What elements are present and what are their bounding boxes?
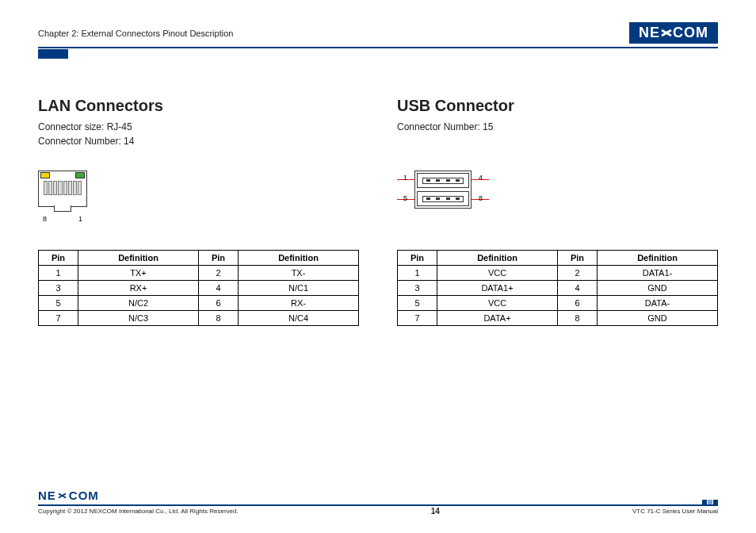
table-row: 3 RX+ 4 N/C1 <box>39 281 359 296</box>
cell: N/C2 <box>78 296 199 311</box>
cell: 4 <box>558 281 598 296</box>
usb-section: USB Connector Connector Number: 15 1 4 5… <box>397 97 718 326</box>
table-row: 3 DATA1+ 4 GND <box>398 281 718 296</box>
logo-x-icon <box>661 28 672 39</box>
rj45-pin-left: 8 <box>43 215 47 223</box>
cell: DATA+ <box>437 311 558 326</box>
cell: 3 <box>398 281 437 296</box>
footer-row: Copyright © 2012 NEXCOM International Co… <box>38 507 718 516</box>
table-row: 1 VCC 2 DATA1- <box>398 266 718 281</box>
cell: TX- <box>239 266 359 281</box>
rj45-diagram: 8 1 <box>38 171 359 226</box>
cell: GND <box>598 281 718 296</box>
th-def: Definition <box>239 251 359 266</box>
cell: 7 <box>39 311 78 326</box>
copyright-text: Copyright © 2012 NEXCOM International Co… <box>38 508 239 515</box>
th-def: Definition <box>598 251 718 266</box>
th-pin: Pin <box>199 251 239 266</box>
usb-contacts <box>422 178 463 184</box>
rj45-led-yellow <box>40 172 50 178</box>
cell: N/C3 <box>78 311 199 326</box>
logo-text-left: NE <box>38 489 56 502</box>
rj45-notch <box>54 205 71 212</box>
th-pin: Pin <box>558 251 598 266</box>
page-header: Chapter 2: External Connectors Pinout De… <box>38 22 718 44</box>
header-divider <box>38 47 718 48</box>
lan-number: Connector Number: 14 <box>38 134 359 148</box>
cell: TX+ <box>78 266 199 281</box>
rj45-pin-right: 1 <box>78 215 82 223</box>
usb-pinout-table: Pin Definition Pin Definition 1 VCC 2 DA… <box>397 250 718 326</box>
cell: RX- <box>239 296 359 311</box>
cell: 4 <box>199 281 239 296</box>
header-tab <box>38 49 68 59</box>
cell: 7 <box>398 311 437 326</box>
usb-wrap: 1 4 5 8 <box>397 171 489 209</box>
footer-divider <box>38 504 718 506</box>
page-number: 14 <box>431 507 440 516</box>
content-area: LAN Connectors Connector size: RJ-45 Con… <box>38 97 718 326</box>
cell: 8 <box>558 311 598 326</box>
logo-text-right: COM <box>673 25 708 41</box>
usb-number: Connector Number: 15 <box>397 120 718 134</box>
cell: VCC <box>437 296 558 311</box>
cell: 5 <box>398 296 437 311</box>
table-header-row: Pin Definition Pin Definition <box>398 251 718 266</box>
table-row: 5 VCC 6 DATA- <box>398 296 718 311</box>
footer-page-icon <box>702 500 718 504</box>
cell: DATA1+ <box>437 281 558 296</box>
cell: 6 <box>558 296 598 311</box>
cell: N/C1 <box>239 281 359 296</box>
usb-port-top <box>417 173 469 188</box>
table-row: 5 N/C2 6 RX- <box>39 296 359 311</box>
logo-text-right: COM <box>69 489 99 502</box>
lan-section: LAN Connectors Connector size: RJ-45 Con… <box>38 97 359 326</box>
cell: GND <box>598 311 718 326</box>
usb-contacts <box>422 196 463 202</box>
cell: RX+ <box>78 281 199 296</box>
rj45-pin-numbers: 8 1 <box>38 215 87 223</box>
usb-port-bottom <box>417 191 469 206</box>
usb-pin-4: 4 <box>479 174 483 182</box>
usb-icon <box>414 171 472 209</box>
chapter-title: Chapter 2: External Connectors Pinout De… <box>38 29 233 38</box>
table-row: 7 N/C3 8 N/C4 <box>39 311 359 326</box>
logo-x-icon <box>57 490 68 501</box>
rj45-icon <box>38 171 87 207</box>
usb-title: USB Connector <box>397 97 718 115</box>
usb-pin-8: 8 <box>479 194 483 202</box>
cell: 6 <box>199 296 239 311</box>
table-header-row: Pin Definition Pin Definition <box>39 251 359 266</box>
th-pin: Pin <box>398 251 437 266</box>
rj45-pins <box>44 181 82 195</box>
nexcom-logo: NE COM <box>629 22 718 44</box>
doc-title: VTC 71-C Series User Manual <box>632 508 718 515</box>
usb-pin-1: 1 <box>403 174 407 182</box>
usb-pin-5: 5 <box>403 194 407 202</box>
footer-logo: NE COM <box>38 489 718 502</box>
cell: 8 <box>199 311 239 326</box>
cell: 5 <box>39 296 78 311</box>
cell: 2 <box>199 266 239 281</box>
th-def: Definition <box>437 251 558 266</box>
cell: 2 <box>558 266 598 281</box>
cell: 3 <box>39 281 78 296</box>
lan-size: Connector size: RJ-45 <box>38 120 359 134</box>
cell: 1 <box>39 266 78 281</box>
table-row: 7 DATA+ 8 GND <box>398 311 718 326</box>
lan-title: LAN Connectors <box>38 97 359 115</box>
table-row: 1 TX+ 2 TX- <box>39 266 359 281</box>
page-footer: NE COM Copyright © 2012 NEXCOM Internati… <box>38 489 718 516</box>
th-def: Definition <box>78 251 199 266</box>
usb-diagram: 1 4 5 8 <box>397 171 718 226</box>
logo-text-left: NE <box>639 25 660 41</box>
cell: DATA- <box>598 296 718 311</box>
cell: 1 <box>398 266 437 281</box>
lan-pinout-table: Pin Definition Pin Definition 1 TX+ 2 TX… <box>38 250 359 326</box>
th-pin: Pin <box>39 251 78 266</box>
cell: DATA1- <box>598 266 718 281</box>
cell: VCC <box>437 266 558 281</box>
rj45-led-green <box>75 172 85 178</box>
cell: N/C4 <box>239 311 359 326</box>
